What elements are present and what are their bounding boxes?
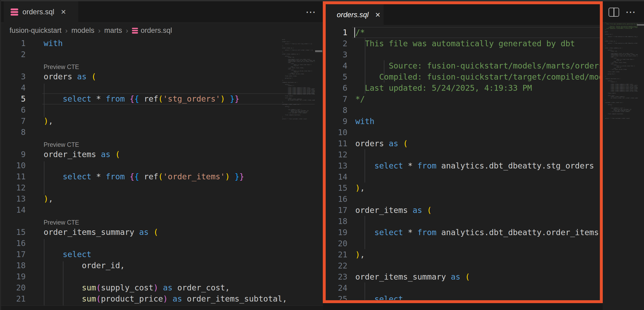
line-number[interactable]: 15 [0, 227, 26, 238]
line-number[interactable]: 8 [326, 105, 347, 116]
line-number[interactable]: 17 [0, 249, 26, 260]
codelens-row[interactable]: Preview CTE [0, 216, 323, 227]
code-line[interactable]: 21 sum(product_price) as order_items_sub… [0, 293, 323, 304]
line-number[interactable]: 6 [0, 104, 26, 116]
code-line[interactable]: 6 Last updated: 5/24/2025, 4:19:33 PM [326, 83, 600, 94]
left-minimap[interactable]: with orders as ( select * from {{ ref('s… [282, 39, 315, 122]
line-number[interactable]: 1 [326, 27, 347, 38]
line-number[interactable]: 4 [0, 82, 26, 93]
line-number[interactable]: 10 [0, 160, 26, 171]
code-line[interactable]: 21), [326, 249, 600, 260]
code-line[interactable]: 15order_items_summary as ( [0, 227, 323, 238]
code-line[interactable]: 16 [0, 238, 323, 249]
code-line[interactable]: 12 [326, 149, 600, 160]
code-line[interactable]: 18 order_id, [0, 260, 323, 271]
line-number[interactable]: 12 [0, 182, 26, 193]
line-number[interactable]: 18 [0, 260, 26, 271]
code-line[interactable]: 7), [0, 116, 323, 127]
code-line[interactable]: 19 [0, 271, 323, 282]
line-number[interactable]: 2 [0, 49, 26, 60]
line-number[interactable]: 7 [326, 94, 347, 105]
line-number[interactable]: 5 [326, 71, 347, 83]
right-minimap[interactable]: /* This file was automatically generated… [605, 22, 638, 125]
code-line[interactable]: 13), [0, 193, 323, 204]
code-line[interactable]: 25 select [326, 294, 600, 300]
line-number[interactable]: 21 [326, 249, 347, 260]
code-line[interactable]: 7*/ [326, 94, 600, 105]
compiled-code-editor[interactable]: 1/*2 This file was automatically generat… [326, 27, 600, 300]
code-line[interactable]: 1/* [326, 27, 600, 38]
line-number[interactable]: 11 [326, 138, 347, 149]
line-number[interactable]: 7 [0, 116, 26, 127]
line-number[interactable]: 3 [326, 49, 347, 60]
line-number[interactable]: 14 [326, 171, 347, 183]
codelens-preview-cte[interactable]: Preview CTE [44, 63, 79, 71]
line-number[interactable]: 20 [326, 238, 347, 249]
code-line[interactable]: 11orders as ( [326, 138, 600, 149]
code-line[interactable]: 22 [326, 260, 600, 271]
line-number[interactable]: 15 [326, 183, 347, 194]
code-line[interactable]: 24 [326, 282, 600, 294]
horizontal-scrollbar-track[interactable] [0, 306, 323, 310]
line-number[interactable]: 18 [326, 216, 347, 227]
code-line[interactable]: 5 Compiled: fusion-quickstart/target/com… [326, 71, 600, 83]
code-line[interactable]: 1with [0, 38, 323, 49]
code-line[interactable]: 13 select * from analytics.dbt_dbeatty.s… [326, 160, 600, 171]
more-actions-icon[interactable]: ⋯ [625, 7, 636, 17]
close-icon[interactable]: ✕ [61, 9, 66, 15]
line-number[interactable]: 16 [326, 194, 347, 205]
code-line[interactable]: 14 [0, 204, 323, 216]
line-number[interactable]: 13 [326, 160, 347, 171]
line-number[interactable]: 9 [326, 116, 347, 127]
code-line[interactable]: 20 [326, 238, 600, 249]
code-line[interactable]: 4 Source: fusion-quickstart/models/marts… [326, 60, 600, 71]
line-number[interactable]: 5 [0, 93, 26, 104]
code-line[interactable]: 9with [326, 116, 600, 127]
code-line[interactable]: 2 [0, 49, 323, 60]
breadcrumb-item-orders.sql[interactable]: orders.sql [132, 26, 172, 35]
close-icon[interactable]: ✕ [375, 12, 381, 18]
code-line[interactable]: 2 This file was automatically generated … [326, 38, 600, 49]
code-line[interactable]: 6 [0, 104, 323, 116]
codelens-row[interactable]: Preview CTE [0, 60, 323, 71]
line-number[interactable]: 12 [326, 149, 347, 160]
line-number[interactable]: 1 [0, 38, 26, 49]
line-number[interactable]: 21 [0, 293, 26, 304]
code-line[interactable]: 4 [0, 82, 323, 93]
code-line[interactable]: 8 [0, 127, 323, 138]
line-number[interactable]: 4 [326, 60, 347, 71]
code-line[interactable]: 15), [326, 183, 600, 194]
line-number[interactable]: 20 [0, 282, 26, 293]
line-number[interactable]: 17 [326, 205, 347, 216]
line-number[interactable]: 3 [0, 71, 26, 82]
line-number[interactable]: 9 [0, 149, 26, 160]
left-code-editor[interactable]: 1with2Preview CTE3orders as (45 select *… [0, 38, 323, 307]
code-line[interactable]: 19 select * from analytics.dbt_dbeatty.o… [326, 227, 600, 238]
code-line[interactable]: 17order_items as ( [326, 205, 600, 216]
line-number[interactable]: 8 [0, 127, 26, 138]
line-number[interactable]: 23 [326, 271, 347, 282]
code-line[interactable]: 17 select [0, 249, 323, 260]
breadcrumb-item-models[interactable]: models [71, 26, 94, 35]
line-number[interactable]: 13 [0, 193, 26, 204]
line-number[interactable]: 14 [0, 204, 26, 216]
codelens-preview-cte[interactable]: Preview CTE [44, 141, 79, 148]
line-number[interactable]: 25 [326, 294, 347, 300]
split-editor-icon[interactable] [609, 8, 619, 17]
line-number[interactable]: 2 [326, 38, 347, 49]
breadcrumb-item-fusion-quickstart[interactable]: fusion-quickstart [10, 26, 62, 35]
code-line[interactable]: 12 [0, 182, 323, 193]
tab-orders-sql-compiled[interactable]: orders.sql ✕ [326, 4, 384, 25]
code-line[interactable]: 20 sum(supply_cost) as order_cost, [0, 282, 323, 293]
code-line[interactable]: 10 [326, 127, 600, 138]
line-number[interactable]: 24 [326, 282, 347, 294]
codelens-row[interactable]: Preview CTE [0, 138, 323, 149]
line-number[interactable]: 6 [326, 83, 347, 94]
line-number[interactable]: 22 [326, 260, 347, 271]
line-number[interactable]: 19 [326, 227, 347, 238]
code-line[interactable]: 8 [326, 105, 600, 116]
code-line[interactable]: 10 [0, 160, 323, 171]
line-number[interactable]: 11 [0, 171, 26, 182]
more-actions-icon[interactable]: ⋯ [306, 7, 316, 17]
code-line[interactable]: 23order_items_summary as ( [326, 271, 600, 282]
